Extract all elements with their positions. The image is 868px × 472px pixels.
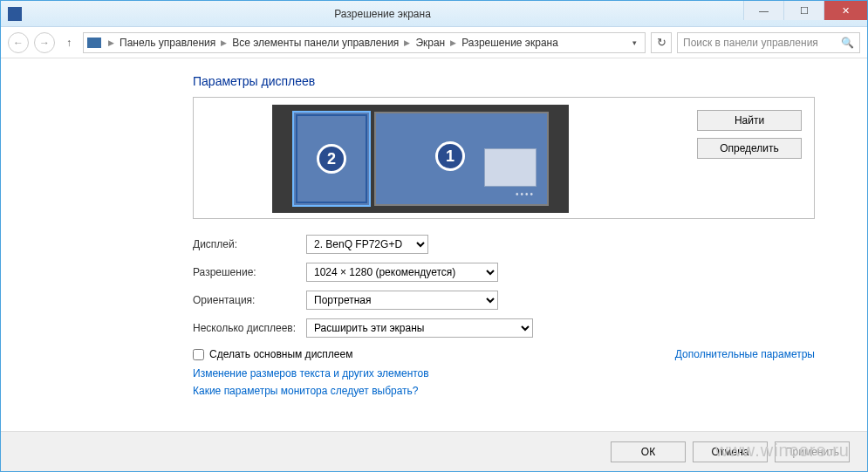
orientation-label: Ориентация: [193, 294, 306, 306]
taskbar-icon: •••• [516, 189, 535, 199]
text-size-link[interactable]: Изменение размеров текста и других элеме… [193, 367, 815, 380]
resolution-label: Разрешение: [193, 266, 306, 278]
orientation-select[interactable]: Портретная [306, 291, 498, 310]
app-icon [8, 7, 22, 21]
nav-forward-button[interactable]: → [34, 32, 55, 53]
monitor-number: 2 [317, 144, 346, 174]
refresh-button[interactable]: ↻ [651, 32, 672, 53]
chevron-down-icon[interactable]: ▾ [627, 38, 641, 47]
breadcrumb-item[interactable]: Панель управления [118, 37, 217, 49]
chevron-right-icon: ▶ [402, 38, 412, 47]
monitor-2[interactable]: 2 [292, 111, 371, 207]
breadcrumb[interactable]: ▶ Панель управления ▶ Все элементы панел… [83, 32, 646, 53]
minimize-button[interactable]: — [743, 1, 783, 20]
chevron-right-icon: ▶ [219, 38, 229, 47]
window-controls: — ☐ ✕ [743, 1, 867, 26]
make-primary-checkbox[interactable] [193, 349, 204, 360]
desktop-icon [484, 148, 537, 187]
ok-button[interactable]: ОК [611, 441, 686, 462]
page-heading: Параметры дисплеев [193, 74, 815, 88]
chevron-right-icon: ▶ [448, 38, 458, 47]
monitor-1[interactable]: 1 •••• [374, 112, 549, 206]
search-input[interactable]: Поиск в панели управления 🔍 [677, 32, 860, 53]
multiple-displays-label: Несколько дисплеев: [193, 322, 306, 334]
display-select[interactable]: 2. BenQ FP72G+D [306, 235, 428, 254]
search-icon: 🔍 [841, 37, 854, 49]
nav-up-button[interactable]: ↑ [60, 37, 78, 49]
display-label: Дисплей: [193, 238, 306, 250]
search-placeholder: Поиск в панели управления [683, 37, 818, 49]
detect-button[interactable]: Определить [697, 138, 802, 159]
breadcrumb-item[interactable]: Разрешение экрана [460, 37, 560, 49]
window-title: Разрешение экрана [22, 8, 743, 20]
apply-button: Применить [775, 441, 850, 462]
display-preview: 2 1 •••• Найти Определить [193, 97, 815, 219]
monitor-number: 1 [435, 141, 465, 171]
resolution-select[interactable]: 1024 × 1280 (рекомендуется) [306, 263, 498, 282]
content-area: Параметры дисплеев 2 1 •••• Найти Опреде… [1, 58, 867, 431]
titlebar: Разрешение экрана — ☐ ✕ [1, 1, 867, 27]
close-button[interactable]: ✕ [824, 1, 867, 20]
multiple-displays-select[interactable]: Расширить эти экраны [306, 318, 533, 338]
chevron-right-icon: ▶ [106, 38, 116, 47]
advanced-settings-link[interactable]: Дополнительные параметры [675, 348, 815, 360]
cancel-button[interactable]: Отмена [693, 441, 768, 462]
nav-back-button[interactable]: ← [8, 32, 29, 53]
breadcrumb-item[interactable]: Экран [413, 37, 447, 49]
navbar: ← → ↑ ▶ Панель управления ▶ Все элементы… [1, 27, 867, 58]
control-panel-icon [87, 38, 101, 48]
screen-resolution-window: Разрешение экрана — ☐ ✕ ← → ↑ ▶ Панель у… [0, 0, 868, 472]
which-params-link[interactable]: Какие параметры монитора следует выбрать… [193, 385, 815, 397]
make-primary-label: Сделать основным дисплеем [209, 348, 352, 360]
dialog-footer: ОК Отмена Применить www.wincore.ru [1, 431, 867, 471]
find-button[interactable]: Найти [697, 110, 802, 131]
breadcrumb-item[interactable]: Все элементы панели управления [230, 37, 400, 49]
display-arrangement[interactable]: 2 1 •••• [272, 105, 569, 213]
maximize-button[interactable]: ☐ [783, 1, 824, 20]
